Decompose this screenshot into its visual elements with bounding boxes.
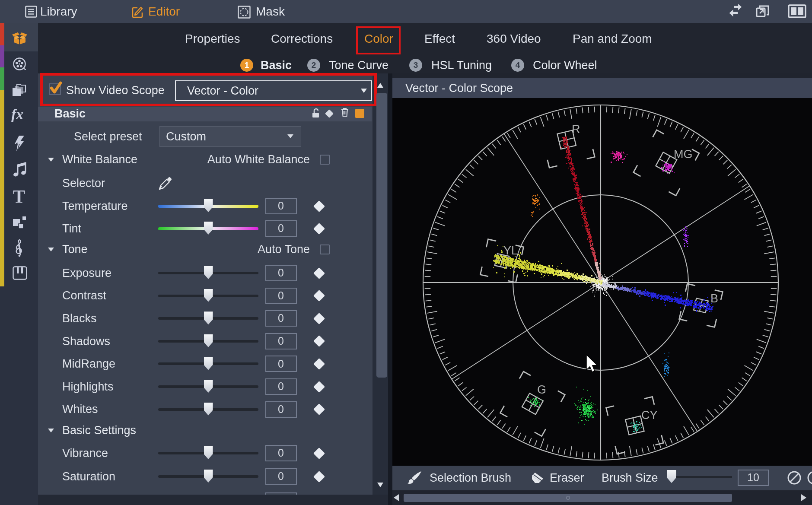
svg-text:G: G: [537, 383, 546, 396]
svg-text:CY: CY: [641, 409, 658, 422]
svg-text:R: R: [572, 123, 580, 136]
svg-text:YL: YL: [503, 244, 518, 257]
svg-text:MG: MG: [674, 148, 693, 161]
